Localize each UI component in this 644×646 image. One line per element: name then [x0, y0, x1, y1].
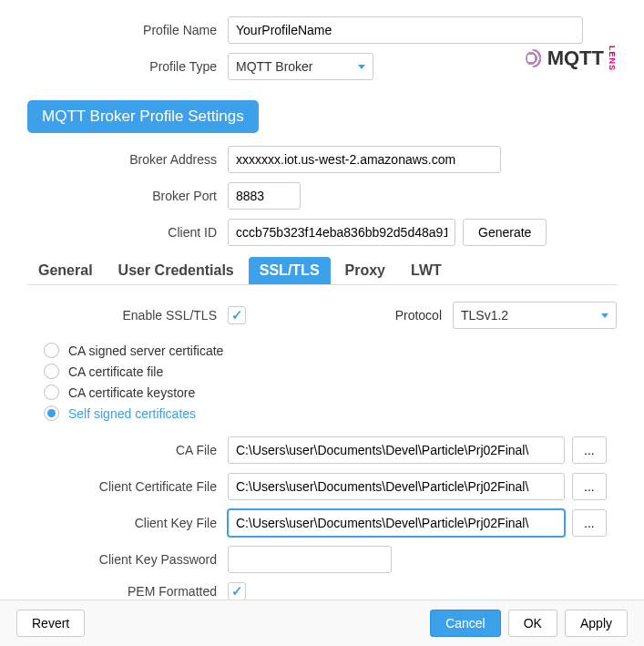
broker-address-input[interactable]	[228, 146, 501, 173]
profile-type-value: MQTT Broker	[236, 59, 313, 74]
radio-icon	[44, 343, 59, 358]
client-key-pw-input[interactable]	[228, 546, 392, 573]
tab-proxy[interactable]: Proxy	[334, 257, 396, 284]
revert-button[interactable]: Revert	[16, 610, 85, 637]
radio-ca-keystore-label: CA certificate keystore	[68, 385, 195, 400]
logo-text: MQTT	[547, 46, 604, 70]
generate-button[interactable]: Generate	[463, 219, 547, 246]
apply-button[interactable]: Apply	[565, 610, 628, 637]
radio-self-signed-label: Self signed certificates	[68, 406, 196, 421]
broker-port-input[interactable]	[228, 182, 301, 210]
radio-ca-file[interactable]: CA certificate file	[44, 361, 617, 382]
client-key-label: Client Key File	[27, 516, 228, 530]
protocol-select[interactable]: TLSv1.2	[453, 302, 617, 329]
radio-ca-signed-label: CA signed server certificate	[68, 344, 223, 358]
profile-type-label: Profile Type	[27, 59, 228, 74]
radio-ca-file-label: CA certificate file	[68, 364, 163, 379]
profile-name-label: Profile Name	[27, 23, 228, 37]
broker-address-label: Broker Address	[27, 152, 228, 167]
chevron-down-icon	[358, 65, 365, 69]
radio-icon	[44, 385, 59, 400]
ca-file-input[interactable]	[228, 436, 565, 464]
client-cert-browse-button[interactable]: ...	[572, 473, 607, 500]
enable-ssl-label: Enable SSL/TLS	[27, 308, 228, 323]
cancel-button[interactable]: Cancel	[430, 610, 501, 637]
protocol-label: Protocol	[395, 308, 442, 323]
ca-file-label: CA File	[27, 443, 228, 457]
checkmark-icon: ✓	[231, 307, 243, 323]
client-id-label: Client ID	[27, 225, 228, 240]
client-key-browse-button[interactable]: ...	[572, 509, 607, 537]
logo-subtext: LENS	[608, 46, 617, 71]
client-cert-input[interactable]	[228, 473, 565, 500]
tab-ssl-tls[interactable]: SSL/TLS	[249, 257, 331, 284]
radio-self-signed[interactable]: Self signed certificates	[44, 403, 617, 424]
radio-ca-keystore[interactable]: CA certificate keystore	[44, 382, 617, 403]
ok-button[interactable]: OK	[508, 610, 557, 637]
protocol-value: TLSv1.2	[461, 308, 508, 323]
settings-tabs: General User Credentials SSL/TLS Proxy L…	[27, 257, 617, 285]
client-cert-label: Client Certificate File	[27, 479, 228, 494]
tab-lwt[interactable]: LWT	[400, 257, 453, 284]
enable-ssl-checkbox[interactable]: ✓	[228, 306, 246, 324]
ca-file-browse-button[interactable]: ...	[572, 436, 607, 464]
checkmark-icon: ✓	[231, 583, 243, 600]
pem-checkbox[interactable]: ✓	[228, 582, 246, 600]
profile-name-input[interactable]	[228, 16, 583, 44]
mqtt-logo: MQTT LENS	[526, 46, 617, 71]
radio-icon	[44, 405, 59, 421]
client-id-input[interactable]	[228, 219, 455, 246]
tab-general[interactable]: General	[27, 257, 104, 284]
settings-heading: MQTT Broker Profile Settings	[27, 100, 259, 133]
pem-label: PEM Formatted	[27, 584, 228, 599]
chevron-down-icon	[601, 313, 608, 318]
client-key-pw-label: Client Key Password	[27, 552, 228, 567]
radio-ca-signed[interactable]: CA signed server certificate	[44, 340, 617, 361]
radio-icon	[44, 364, 59, 379]
footer-bar: Revert Cancel OK Apply	[0, 600, 644, 646]
client-key-input[interactable]	[228, 509, 565, 537]
broker-port-label: Broker Port	[27, 189, 228, 203]
tab-user-credentials[interactable]: User Credentials	[107, 257, 245, 284]
profile-type-select[interactable]: MQTT Broker	[228, 53, 373, 80]
logo-arc-icon	[526, 49, 544, 67]
